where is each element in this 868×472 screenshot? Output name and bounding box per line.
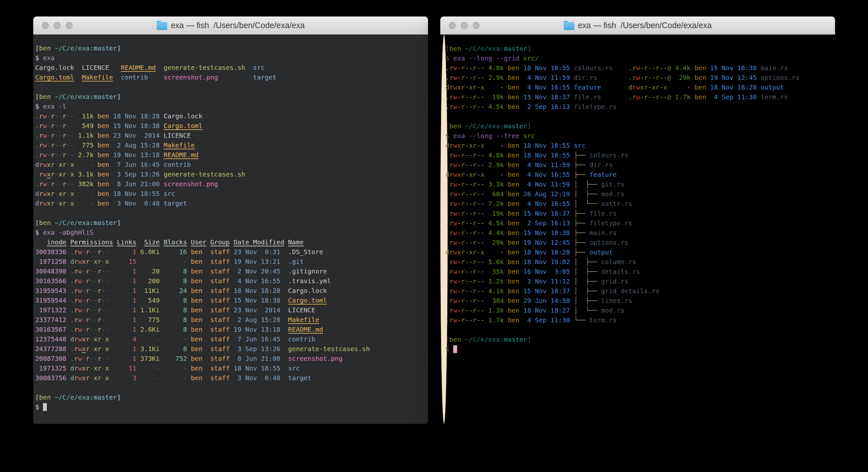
permission-char: r — [51, 141, 55, 149]
permission-char: - — [457, 277, 461, 285]
terminal-text: 35k — [489, 268, 504, 275]
permission-char: - — [476, 161, 480, 169]
terminal-line: 31959543 .rw-r--r-- 1 11Ki 24 ben staff … — [35, 286, 426, 295]
permission-char: w — [453, 74, 457, 82]
permission-char: r — [473, 287, 476, 295]
terminal-text — [671, 64, 675, 72]
terminal-text: ben — [191, 335, 203, 343]
terminal-text: mod.rs — [601, 306, 624, 314]
terminal-text — [66, 238, 70, 246]
terminal-text — [570, 229, 574, 237]
permission-char: - — [55, 200, 59, 207]
permission-char: d — [35, 161, 39, 169]
terminal-text: 4 Nov 11:59 — [523, 74, 570, 82]
permission-char: . — [445, 180, 450, 188]
permission-char: - — [90, 287, 94, 295]
terminal-text — [280, 287, 288, 295]
terminal-text — [280, 306, 288, 314]
terminal-text — [74, 131, 78, 139]
terminal-text: : — [90, 393, 94, 401]
terminal-text — [94, 180, 98, 188]
terminal-text — [203, 306, 210, 314]
permission-char: r — [473, 239, 476, 246]
terminal-text: 8 Jun 21:00 — [234, 355, 280, 362]
permission-char: . — [35, 141, 39, 149]
permission-char: - — [94, 248, 98, 256]
minimize-button[interactable] — [461, 22, 468, 29]
terminal-window-left: exa — fish /Users/ben/Code/exa/exa [ben … — [33, 17, 428, 424]
permission-char: w — [453, 297, 457, 304]
terminal-text — [691, 93, 694, 101]
permission-char: r — [74, 345, 78, 353]
terminal-text: 3 Nov 0:48 — [234, 374, 280, 382]
terminal-text: staff — [210, 345, 230, 353]
permission-char: r — [450, 180, 453, 188]
terminal-text: ben — [39, 393, 51, 401]
close-button[interactable] — [449, 22, 456, 29]
zoom-button[interactable] — [473, 22, 480, 29]
titlebar-right[interactable]: exa — fish /Users/ben/Code/exa/exa — [440, 17, 835, 35]
terminal-text: 382k — [78, 180, 94, 188]
permission-char: x — [480, 171, 484, 178]
terminal-text: 20 — [140, 267, 160, 275]
permission-char: r — [39, 190, 43, 198]
terminal-text — [109, 345, 117, 353]
terminal-text: Cargo.toml — [35, 73, 74, 81]
terminal-text — [230, 374, 234, 382]
terminal-text: 6.0Ki — [140, 248, 160, 256]
permission-char: r — [450, 93, 453, 101]
permission-char: x — [70, 170, 74, 178]
zoom-button[interactable] — [66, 22, 73, 29]
terminal-text: 1971322 — [35, 306, 66, 314]
permission-char: - — [663, 74, 667, 82]
terminal-text: - — [140, 335, 160, 343]
permission-char: x — [59, 161, 62, 169]
terminal-text — [66, 364, 70, 372]
permission-char: - — [70, 151, 74, 159]
minimize-button[interactable] — [54, 22, 61, 29]
terminal-text — [230, 335, 234, 343]
terminal-text: 2 Sep 16:13 — [523, 219, 570, 227]
terminal-text: ben — [191, 287, 203, 295]
permission-char: x — [469, 142, 473, 149]
terminal-text: 1.2k — [489, 277, 504, 285]
permission-char: r — [461, 268, 465, 275]
terminal-text — [504, 190, 508, 198]
permission-char: - — [94, 287, 98, 295]
terminal-text — [484, 248, 488, 256]
terminal-text — [74, 151, 78, 159]
terminal-text — [160, 151, 163, 159]
permission-char: w — [43, 112, 47, 120]
terminal-text: $ — [445, 54, 453, 62]
permission-char: - — [70, 180, 74, 188]
terminal-text: .DS_Store — [288, 248, 323, 256]
terminal-text: 16 — [163, 248, 187, 256]
permission-char: x — [652, 83, 655, 91]
terminal-text — [187, 374, 191, 382]
terminal-line: .rw-r--r-- 549 ben 15 Nov 18:38 Cargo.to… — [35, 121, 426, 130]
permission-char: - — [480, 64, 484, 72]
terminal-text: Date Modified — [234, 238, 284, 246]
permission-char: - — [469, 277, 473, 285]
permission-char: - — [469, 103, 473, 111]
permission-char: - — [469, 306, 473, 314]
terminal-text — [484, 316, 488, 324]
terminal-text — [218, 73, 253, 81]
terminal-text — [94, 170, 98, 178]
terminal-line — [35, 82, 426, 92]
terminal-text — [94, 161, 98, 169]
close-button[interactable] — [42, 22, 49, 29]
permission-char: d — [445, 248, 450, 256]
permission-char: - — [101, 374, 105, 382]
terminal-content-left[interactable]: [ben ~/C/e/exa:master]$ exaCargo.lock LI… — [33, 35, 428, 424]
terminal-content-right[interactable]: [ben ~/C/e/exa:master]$ exa --long --gri… — [440, 35, 448, 424]
terminal-text — [280, 355, 288, 362]
titlebar-left[interactable]: exa — fish /Users/ben/Code/exa/exa — [33, 17, 428, 35]
permission-char: x — [47, 161, 51, 169]
terminal-text — [504, 74, 508, 82]
terminal-text — [757, 93, 761, 101]
terminal-text: 15 Nov 18:38 — [234, 296, 280, 304]
terminal-text: 7 Jun 16:45 — [234, 335, 280, 343]
permission-char: - — [55, 190, 59, 198]
terminal-text: Blocks — [163, 238, 187, 246]
